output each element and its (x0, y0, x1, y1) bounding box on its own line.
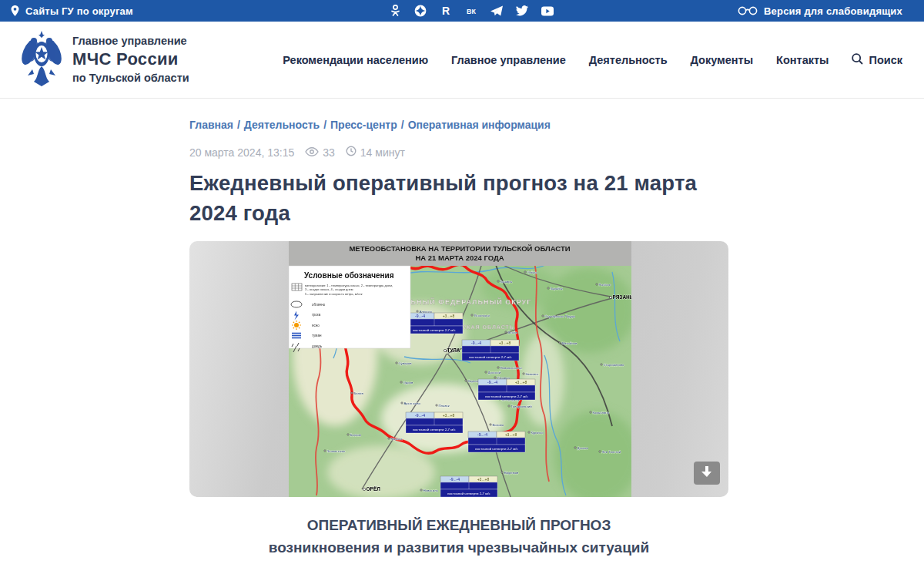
page-title: Ежедневный оперативный прогноз на 21 мар… (189, 169, 728, 228)
rutube-icon[interactable]: R (440, 5, 452, 17)
city-dot (524, 271, 526, 273)
dzen-icon[interactable] (414, 5, 427, 17)
nav-item-3[interactable]: Документы (691, 54, 754, 66)
wind-label: восточной четверти 2-7 м/с (475, 447, 518, 451)
breadcrumb-item-3[interactable]: Оперативная информация (408, 119, 551, 131)
accessibility-link[interactable]: Версия для слабовидящих (738, 5, 902, 17)
legend-item-label: туман (312, 334, 322, 337)
city-label: Лев Толстой (602, 450, 621, 454)
download-button[interactable] (694, 462, 720, 485)
subtitle-line3: на территории Тульской области (189, 559, 728, 564)
city-dot (601, 364, 602, 365)
org-line3: по Тульской области (72, 71, 189, 86)
map-legend: Условные обозначения метеоусловия: 1 - т… (289, 266, 410, 352)
weather-map: ЦЕНТРАЛЬНЫЙ ФЕДЕРАЛЬНЫЙ ОКРУГТУЛЬСКАЯ ОБ… (289, 241, 631, 497)
city-dot (490, 424, 491, 425)
city-dot (444, 349, 446, 351)
city-dot (436, 405, 437, 406)
subtitle-line1: ОПЕРАТИВНЫЙ ЕЖЕДНЕВНЫЙ ПРОГНОЗ (189, 514, 728, 536)
city-dot (363, 488, 365, 490)
views-counter: 33 (305, 146, 335, 159)
night-temp: -9...-4 (450, 477, 460, 482)
forecast-map-figure[interactable]: ЦЕНТРАЛЬНЫЙ ФЕДЕРАЛЬНЫЙ ОКРУГТУЛЬСКАЯ ОБ… (189, 241, 728, 497)
article-meta: 20 марта 2024, 13:15 33 14 минут (189, 146, 728, 159)
clock-icon (346, 146, 357, 159)
legend-note-2: 3 - осадки ночью, 4 - осадки днем (305, 287, 353, 291)
breadcrumb-separator: / (237, 119, 240, 131)
city-label: Одоев (403, 381, 414, 384)
city-label: Данков (578, 446, 589, 450)
night-temp: -9...-4 (477, 432, 487, 437)
top-bar: Сайты ГУ по округам RВК Версия для слабо… (0, 0, 924, 22)
nav-item-4[interactable]: Контакты (776, 54, 829, 66)
weather-table-icon (292, 284, 302, 290)
brand-text: Главное управление МЧС России по Тульско… (72, 34, 189, 85)
city-dot (590, 411, 591, 413)
views-value: 33 (323, 146, 335, 159)
city-label: Озёры (527, 270, 537, 274)
breadcrumb-separator: / (323, 119, 326, 131)
weather-station-table: -9...-4+3...+8восточной четверти 2-7 м/с (462, 340, 519, 361)
city-label: Куркино (531, 431, 544, 435)
city-label: Венёв (508, 331, 518, 334)
read-time: 14 минут (346, 146, 405, 159)
article-subtitle: ОПЕРАТИВНЫЙ ЕЖЕДНЕВНЫЙ ПРОГНОЗ возникнов… (189, 514, 728, 564)
city-label: Ясногорск (474, 314, 490, 317)
city-dot (609, 296, 611, 298)
city-dot (401, 402, 403, 404)
odnoklassniki-icon[interactable] (389, 5, 401, 17)
nav-item-2[interactable]: Деятельность (589, 54, 668, 66)
city-label: Новосиль (424, 488, 439, 492)
map-title-line1: МЕТЕООБСТАНОВКА НА ТЕРРИТОРИИ ТУЛЬСКОЙ О… (349, 244, 570, 253)
nav-item-1[interactable]: Главное управление (451, 54, 566, 66)
sites-link[interactable]: Сайты ГУ по округам (11, 5, 133, 17)
org-line1: Главное управление (72, 34, 189, 49)
city-label: Товарковский (511, 405, 533, 408)
night-temp: -9...-4 (471, 341, 481, 345)
legend-item-label: ясно (312, 324, 320, 327)
publish-date: 20 марта 2024, 13:15 (189, 146, 294, 159)
wind-label: восточной четверти 2-7 м/с (413, 428, 456, 431)
brand[interactable]: Главное управление МЧС России по Тульско… (22, 31, 189, 89)
svg-text:R: R (442, 5, 450, 17)
breadcrumb-item-1[interactable]: Деятельность (244, 119, 320, 131)
twitter-icon[interactable] (516, 5, 528, 17)
city-dot (485, 371, 487, 373)
weather-station-table: -9...-4+3...+8восточной четверти 2-7 м/с (478, 379, 535, 400)
eye-icon (305, 146, 319, 159)
social-icons: RВК (389, 0, 554, 22)
city-dot (396, 362, 397, 364)
city-dot (574, 447, 576, 448)
breadcrumb-separator: / (401, 119, 404, 131)
city-label: Белёв (354, 391, 364, 395)
city-label: ТУЛА (447, 347, 460, 353)
city-label: Серебряные Пруды (545, 314, 575, 318)
day-temp: +3...+8 (515, 380, 527, 384)
youtube-icon[interactable] (541, 5, 554, 17)
day-temp: +3...+8 (443, 314, 455, 318)
city-label: Рыбное (599, 283, 611, 287)
sun-icon (292, 321, 301, 330)
city-dot (388, 438, 390, 439)
city-label: Арсеньево (404, 401, 421, 405)
breadcrumb-item-2[interactable]: Пресс-центр (330, 119, 397, 131)
city-label: РЯЗАНЬ (613, 294, 632, 300)
breadcrumb-item-0[interactable]: Главная (189, 119, 233, 131)
article-content: Главная/Деятельность/Пресс-центр/Операти… (189, 119, 728, 564)
site-header: Главное управление МЧС России по Тульско… (0, 22, 924, 99)
city-dot (508, 405, 510, 407)
search-button[interactable]: Поиск (852, 53, 902, 67)
city-dot (523, 373, 524, 374)
legend-title: Условные обозначения (304, 271, 394, 280)
city-dot (528, 431, 530, 433)
telegram-icon[interactable] (490, 5, 503, 17)
city-label: Кимовск (526, 372, 539, 376)
weather-station-table: -9...-4+3...+8восточной четверти 2-7 м/с (406, 313, 463, 334)
vk-icon[interactable]: ВК (465, 5, 477, 17)
city-label: Старожилово (604, 363, 625, 367)
night-temp: -9...-4 (487, 380, 497, 384)
nav-item-0[interactable]: Рекомендации населению (283, 54, 428, 66)
city-dot (400, 381, 402, 383)
city-label: Ефремов (504, 471, 520, 475)
legend-item-label: облачно (312, 303, 326, 307)
